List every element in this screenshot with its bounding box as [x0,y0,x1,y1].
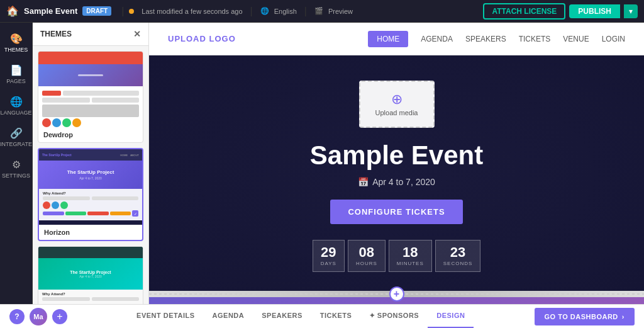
close-themes-button[interactable]: ✕ [133,29,141,39]
preview-link[interactable]: Preview [328,8,353,15]
countdown-hours-value: 08 [356,246,377,259]
upload-media-box[interactable]: ⊕ Upload media [359,81,435,128]
go-to-dashboard-button[interactable]: GO TO DASHBOARD › [535,308,635,325]
countdown: 29 DAYS 08 HOURS 18 MINUTES 23 SECONDS [313,240,481,272]
theme-card-dewdrop[interactable]: Dewdrop [38,51,143,143]
sidebar-item-pages[interactable]: 📄 PAGES [0,59,32,89]
sidebar-item-themes[interactable]: 🎨 THEMES [0,28,32,58]
language-globe-icon: 🌐 [10,96,23,108]
last-modified: Last modified a few seconds ago [142,8,242,15]
countdown-minutes: 18 MINUTES [389,240,432,272]
avatar: Ma [30,308,47,325]
upload-media-label: Upload media [375,109,418,116]
tab-tickets-label: TICKETS [320,312,352,319]
section-divider: + [149,291,644,297]
nav-agenda[interactable]: AGENDA [421,35,453,43]
theme-preview-dewdrop [38,52,143,127]
preview-icon: 🎬 [314,7,323,15]
tab-event-details[interactable]: EVENT DETAILS [128,305,203,329]
countdown-hours-label: HOURS [356,261,377,266]
tab-speakers[interactable]: SPEAKERS [253,305,311,329]
language-icon: 🌐 [260,7,269,15]
sidebar-item-settings[interactable]: ⚙ SETTINGS [0,154,32,184]
themes-panel: THEMES ✕ [33,23,149,304]
upload-logo-button[interactable]: UPLOAD LOGO [168,34,236,43]
top-bar-right: ATTACH LICENSE PUBLISH ▾ [483,3,638,20]
nav-home[interactable]: HOME [368,31,408,47]
themes-icon: 🎨 [10,33,23,45]
help-button[interactable]: ? [9,309,25,324]
hero-date: 📅 Apr 4 to 7, 2020 [358,177,435,187]
bottom-left: ? Ma + [9,308,67,325]
bottom-tabs: EVENT DETAILS AGENDA SPEAKERS TICKETS ✦ … [128,305,474,329]
sidebar-item-language[interactable]: 🌐 LANGUAGE [0,91,32,121]
sidebar-label-language: LANGUAGE [1,110,32,116]
tab-agenda[interactable]: AGENDA [204,305,253,329]
nav-links: HOME AGENDA SPEAKERS TICKETS VENUE LOGIN [368,31,625,47]
hero-event-title: Sample Event [310,140,483,171]
sidebar-label-pages: PAGES [6,78,25,84]
nav-tickets[interactable]: TICKETS [519,35,551,43]
go-dashboard-label: GO TO DASHBOARD [545,313,618,320]
themes-panel-header: THEMES ✕ [33,23,148,46]
top-bar-left: 🏠 Sample Event DRAFT | Last modified a f… [6,5,353,17]
tab-design[interactable]: DESIGN [428,305,474,329]
theme-name-dewdrop: Dewdrop [38,127,143,142]
tab-sponsors-label: SPONSORS [377,312,419,319]
nav-venue[interactable]: VENUE [563,35,589,43]
countdown-hours: 08 HOURS [348,240,386,272]
bottom-bar: ? Ma + EVENT DETAILS AGENDA SPEAKERS TIC… [0,304,644,328]
sponsors-icon: ✦ [369,312,375,320]
nav-speakers[interactable]: SPEAKERS [465,35,506,43]
event-title: Sample Event [24,6,77,16]
countdown-seconds-value: 23 [443,246,473,259]
status-dot [129,9,134,14]
sidebar-label-integrate: INTEGRATE [0,141,32,147]
main-layout: 🎨 THEMES 📄 PAGES 🌐 LANGUAGE 🔗 INTEGRATE … [0,23,644,304]
main-content: UPLOAD LOGO HOME AGENDA SPEAKERS TICKETS… [149,23,644,304]
countdown-minutes-label: MINUTES [397,261,424,266]
integrate-icon: 🔗 [10,127,23,139]
sidebar-label-themes: THEMES [4,47,28,53]
tab-event-details-label: EVENT DETAILS [136,312,194,319]
countdown-minutes-value: 18 [397,246,424,259]
sidebar: 🎨 THEMES 📄 PAGES 🌐 LANGUAGE 🔗 INTEGRATE … [0,23,33,304]
arrow-right-icon: › [622,313,625,320]
theme-card-coral[interactable]: The StartUp Project Apr 4 to 7, 2020 Why… [38,246,143,304]
add-section-button[interactable]: + [389,286,404,302]
calendar-icon: 📅 [358,177,369,187]
add-team-member-button[interactable]: + [52,309,67,324]
settings-icon: ⚙ [12,159,21,171]
countdown-seconds-label: SECONDS [443,261,473,266]
countdown-days: 29 DAYS [313,240,345,272]
publish-button[interactable]: PUBLISH [569,4,620,18]
theme-card-horizon[interactable]: The StartUp Project HOME ABOUT The Start… [38,148,143,241]
tab-agenda-label: AGENDA [213,312,245,319]
countdown-seconds: 23 SECONDS [435,240,481,272]
draft-badge: DRAFT [82,6,111,16]
plus-icon: ⊕ [391,93,402,106]
tab-design-label: DESIGN [436,312,465,319]
sidebar-item-integrate[interactable]: 🔗 INTEGRATE [0,122,32,152]
preview-area: UPLOAD LOGO HOME AGENDA SPEAKERS TICKETS… [149,23,644,304]
tab-speakers-label: SPEAKERS [262,312,303,319]
tab-sponsors[interactable]: ✦ SPONSORS [360,305,428,329]
hero-section: ⊕ Upload media Sample Event 📅 Apr 4 to 7… [149,55,644,291]
pages-icon: 📄 [10,64,23,76]
countdown-days-value: 29 [321,246,336,259]
countdown-days-label: DAYS [321,261,336,266]
themes-panel-title: THEMES [40,30,72,38]
theme-preview-coral: The StartUp Project Apr 4 to 7, 2020 Why… [38,247,143,304]
configure-tickets-button[interactable]: CONFIGURE TICKETS [330,200,462,224]
nav-login[interactable]: LOGIN [602,35,625,43]
home-icon: 🏠 [6,5,19,17]
tab-tickets[interactable]: TICKETS [311,305,361,329]
publish-dropdown-button[interactable]: ▾ [624,4,638,18]
attach-license-button[interactable]: ATTACH LICENSE [483,3,565,20]
theme-name-horizon: Horizon [39,225,142,240]
language-label: English [274,8,297,15]
theme-preview-horizon: The StartUp Project HOME ABOUT The Start… [39,149,142,225]
top-bar: 🏠 Sample Event DRAFT | Last modified a f… [0,0,644,23]
preview-nav: UPLOAD LOGO HOME AGENDA SPEAKERS TICKETS… [149,23,644,55]
hero-date-text: Apr 4 to 7, 2020 [372,177,435,187]
